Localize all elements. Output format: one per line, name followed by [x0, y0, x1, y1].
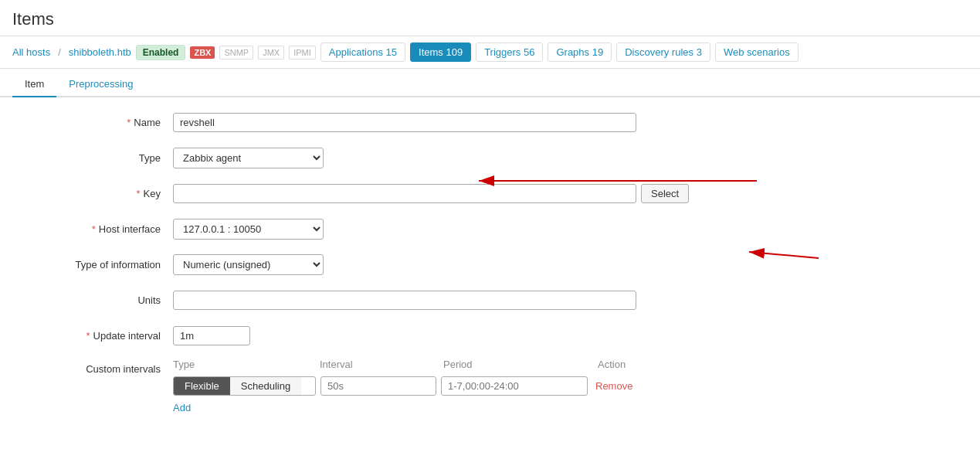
- breadcrumb-sep: /: [58, 46, 61, 58]
- badge-zbx: ZBX: [190, 46, 215, 59]
- update-interval-label: *Update interval: [19, 330, 173, 342]
- ci-header-type: Type: [173, 359, 320, 370]
- nav-tab-applications[interactable]: Applications 15: [320, 43, 405, 62]
- update-interval-row: *Update interval: [19, 323, 754, 348]
- type-toggle-group: Flexible Scheduling: [173, 376, 316, 396]
- host-interface-label: *Host interface: [19, 223, 173, 235]
- tabs-bar: Item Preprocessing: [0, 72, 980, 97]
- ci-header-row: Type Interval Period Action: [173, 359, 660, 370]
- badge-ipmi: IPMI: [289, 46, 316, 60]
- custom-intervals-content: Type Interval Period Action Flexible Sch…: [173, 359, 660, 413]
- name-row: *Name: [19, 110, 754, 134]
- scheduling-btn[interactable]: Scheduling: [230, 377, 301, 395]
- tab-item[interactable]: Item: [12, 72, 56, 97]
- type-info-select[interactable]: Numeric (float) Character Log Numeric (u…: [173, 254, 324, 275]
- select-button[interactable]: Select: [641, 184, 689, 203]
- breadcrumb-allhosts[interactable]: All hosts: [12, 46, 50, 58]
- form-area: *Name Type Zabbix agent Zabbix agent (ac…: [0, 97, 980, 437]
- period-input[interactable]: [441, 376, 588, 396]
- ci-header-period: Period: [443, 359, 598, 370]
- key-label: *Key: [19, 188, 173, 199]
- page-title: Items: [0, 0, 980, 36]
- units-row: Units: [19, 287, 754, 312]
- status-enabled-badge: Enabled: [136, 45, 186, 60]
- nav-tab-graphs[interactable]: Graphs 19: [548, 43, 612, 62]
- units-input[interactable]: [173, 291, 636, 310]
- nav-tab-items[interactable]: Items 109: [410, 43, 471, 62]
- nav-tab-web-scenarios[interactable]: Web scenarios: [715, 43, 799, 62]
- type-row: Type Zabbix agent Zabbix agent (active) …: [19, 145, 754, 170]
- units-label: Units: [19, 294, 173, 306]
- host-interface-row: *Host interface 127.0.0.1 : 10050: [19, 216, 754, 241]
- type-info-row: Type of information Numeric (float) Char…: [19, 252, 754, 277]
- nav-tab-discovery-rules[interactable]: Discovery rules 3: [616, 43, 710, 62]
- tab-preprocessing[interactable]: Preprocessing: [56, 72, 145, 97]
- type-select[interactable]: Zabbix agent Zabbix agent (active) Simpl…: [173, 148, 324, 168]
- ci-header-action: Action: [598, 359, 660, 370]
- ci-header-interval: Interval: [320, 359, 443, 370]
- add-row: Add: [173, 402, 660, 413]
- add-link[interactable]: Add: [173, 402, 191, 413]
- badge-snmp: SNMP: [219, 46, 253, 60]
- ci-data-row: Flexible Scheduling Remove: [173, 376, 660, 396]
- flexible-btn[interactable]: Flexible: [174, 377, 230, 395]
- host-interface-select[interactable]: 127.0.0.1 : 10050: [173, 219, 324, 240]
- breadcrumb-host[interactable]: shibboleth.htb: [69, 46, 131, 58]
- name-label: *Name: [19, 117, 173, 128]
- type-info-label: Type of information: [19, 259, 173, 270]
- update-interval-input[interactable]: [173, 326, 250, 345]
- remove-link[interactable]: Remove: [595, 380, 632, 392]
- badge-jmx: JMX: [258, 46, 284, 60]
- type-label: Type: [19, 152, 173, 164]
- name-input[interactable]: [173, 113, 636, 132]
- custom-intervals-section: Custom intervals Type Interval Period Ac…: [19, 359, 754, 413]
- nav-tab-triggers[interactable]: Triggers 56: [476, 43, 543, 62]
- interval-input[interactable]: [320, 376, 436, 396]
- form-container: *Name Type Zabbix agent Zabbix agent (ac…: [0, 97, 772, 437]
- nav-bar: All hosts / shibboleth.htb Enabled ZBX S…: [0, 36, 980, 69]
- key-input[interactable]: [173, 184, 636, 203]
- custom-intervals-label: Custom intervals: [19, 359, 173, 375]
- key-row: *Key Select: [19, 181, 754, 206]
